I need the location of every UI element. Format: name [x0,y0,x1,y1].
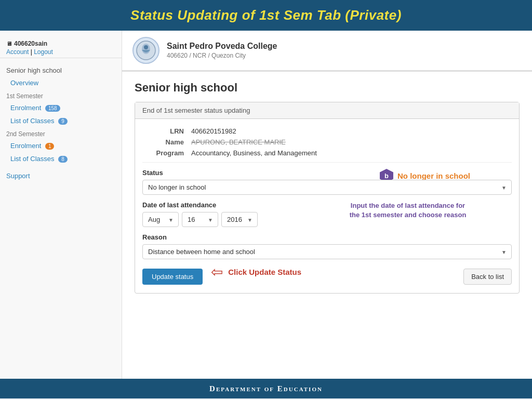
day-select[interactable]: 12345 678910 1112131415 1617181920 21222… [182,212,218,227]
year-select-wrap: 20142015201620172018 [221,212,258,227]
card-body: LRN 406620151982 Name APURONG, BEATRICE … [135,119,519,293]
sidebar-item-enrolment1[interactable]: Enrolment 158 [0,101,122,114]
sidebar-item-enrolment2[interactable]: Enrolment 1 [0,139,122,152]
sidebar-item-overview[interactable]: Overview [0,76,122,89]
month-select-wrap: JanFebMarApr MayJunJulAug SepOctNovDec [142,212,179,227]
reason-select-wrap: Distance between home and school Financi… [142,244,512,259]
footer-text: Department of Education [209,384,323,393]
reason-select[interactable]: Distance between home and school Financi… [142,244,512,259]
sidebar-username: 🖥 406620sain [6,40,115,47]
sidebar-subsection-2sem: 2nd Semester [0,127,122,139]
arrow-right-icon: ⇦ [211,263,223,281]
month-select[interactable]: JanFebMarApr MayJunJulAug SepOctNovDec [142,212,179,227]
svg-point-2 [144,45,148,49]
update-status-button[interactable]: Update status [142,269,203,285]
status-field-wrapper: Status b No longer in school No longer i… [142,169,512,195]
page-title: Senior high school [135,81,520,95]
click-label: Click Update Status [228,268,301,276]
action-left: Update status ⇦ Click Update Status [142,259,301,285]
student-name-value: APURONG, BEATRICE MARIE [191,138,286,146]
sidebar-item-listclasses2[interactable]: List of Classes 8 [0,152,122,165]
status-card: End of 1st semester status updating LRN … [135,102,520,294]
sidebar-subsection-1sem: 1st Semester [0,89,122,101]
status-select[interactable]: No longer in school Dropped Transferred … [142,180,512,195]
info-row-name: Name APURONG, BEATRICE MARIE [142,138,512,146]
enrolment1-badge: 158 [45,105,60,112]
listclasses2-badge: 8 [58,156,68,163]
school-info: Saint Pedro Poveda College 406620 / NCR … [167,42,277,59]
school-logo [132,37,159,64]
account-link[interactable]: Account [6,48,29,56]
sidebar-user-section: 🖥 406620sain Account | Logout [0,36,122,58]
info-row-program: Program Accountancy, Business, and Manag… [142,149,512,157]
sidebar-item-listclasses1[interactable]: List of Classes 9 [0,114,122,127]
school-name: Saint Pedro Poveda College [167,42,277,51]
info-row-lrn: LRN 406620151982 [142,127,512,135]
top-banner: Status Updating of 1st Sem Tab (Private) [0,0,532,31]
reason-label: Reason [142,233,512,241]
content-area: Saint Pedro Poveda College 406620 / NCR … [122,31,532,379]
date-field-wrapper: Date of last attendance Input the date o… [142,201,512,227]
action-row: Update status ⇦ Click Update Status Back… [142,259,512,285]
day-select-wrap: 12345 678910 1112131415 1617181920 21222… [182,212,218,227]
logout-link[interactable]: Logout [34,48,53,56]
card-header: End of 1st semester status updating [135,102,519,119]
school-header: Saint Pedro Poveda College 406620 / NCR … [122,31,532,71]
sidebar-links: Account | Logout [6,48,115,56]
student-info: LRN 406620151982 Name APURONG, BEATRICE … [142,127,512,157]
year-select[interactable]: 20142015201620172018 [221,212,258,227]
sidebar-item-support[interactable]: Support [0,169,122,182]
sidebar: 🖥 406620sain Account | Logout Senior hig… [0,31,122,379]
status-select-wrap: No longer in school Dropped Transferred … [142,180,512,195]
school-sub: 406620 / NCR / Quezon City [167,52,277,59]
annotation-b-text: No longer in school [397,171,470,180]
program-value: Accountancy, Business, and Management [191,149,317,157]
date-annotation: Input the date of last attendance forthe… [314,201,501,220]
banner-title: Status Updating of 1st Sem Tab (Private) [130,7,402,23]
enrolment2-badge: 1 [45,143,55,150]
reason-field-wrapper: Reason Distance between home and school … [142,233,512,259]
footer: Department of Education [0,379,532,398]
user-icon: 🖥 [6,41,12,47]
sidebar-section1-label: Senior high school [0,62,122,76]
page-content: Senior high school End of 1st semester s… [122,72,532,303]
back-to-list-button[interactable]: Back to list [463,269,512,285]
lrn-value: 406620151982 [191,127,236,135]
listclasses1-badge: 9 [58,118,68,125]
